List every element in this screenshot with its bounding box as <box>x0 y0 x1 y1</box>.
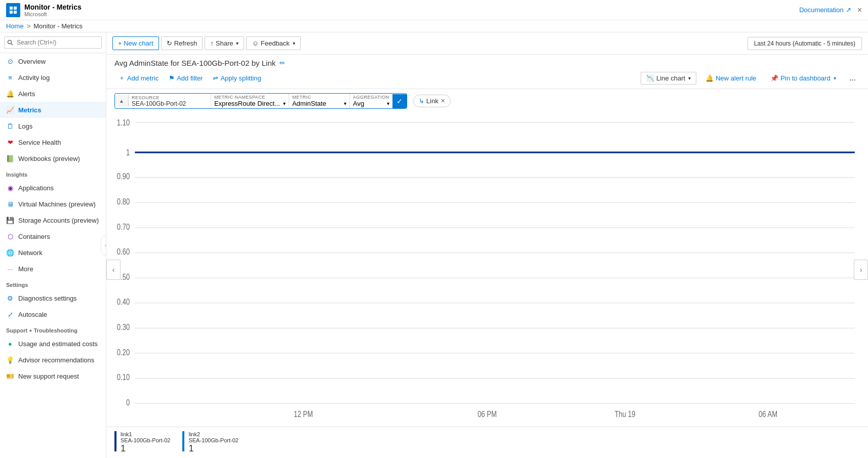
sidebar-item-more[interactable]: ··· More <box>0 261 106 277</box>
share-button[interactable]: ↑ Share ▾ <box>205 36 244 50</box>
more-options-button[interactable]: ... <box>845 71 860 85</box>
legend-item-link1: link1 SEA-100Gb-Port-02 1 <box>114 431 170 454</box>
line-chart-icon: 📉 <box>646 74 654 82</box>
sidebar-item-service-health[interactable]: ❤ Service Health <box>0 134 106 150</box>
sidebar-item-virtual-machines[interactable]: 🖥 Virtual Machines (preview) <box>0 196 106 212</box>
sidebar-item-usage-costs[interactable]: ● Usage and estimated costs <box>0 336 106 352</box>
applications-icon: ◉ <box>6 184 14 192</box>
sidebar-item-containers[interactable]: ⬡ Containers <box>0 228 106 244</box>
overview-icon: ⊙ <box>6 57 14 65</box>
sidebar-item-autoscale[interactable]: ⤢ Autoscale <box>0 306 106 322</box>
sidebar-item-activity-log[interactable]: ≡ Activity log <box>0 69 106 86</box>
svg-text:0.10: 0.10 <box>117 373 130 382</box>
feedback-icon: ☺ <box>252 39 258 47</box>
search-input[interactable] <box>4 36 102 49</box>
apply-splitting-button[interactable]: ⇌ Apply splitting <box>209 72 265 84</box>
external-link-icon: ↗ <box>846 6 851 14</box>
feedback-button[interactable]: ☺ Feedback ▾ <box>246 36 300 50</box>
metric-confirm-button[interactable]: ✓ <box>392 94 407 108</box>
containers-icon: ⬡ <box>6 232 14 240</box>
svg-rect-3 <box>14 11 17 14</box>
link-filter-icon: ↳ <box>419 97 424 105</box>
alert-icon: 🔔 <box>705 74 714 82</box>
pin-icon: 📌 <box>770 74 778 82</box>
metric-selector-box: ▲ RESOURCE METRIC NAMESPACE ExpressRoute… <box>114 93 407 109</box>
svg-text:1: 1 <box>126 148 130 157</box>
svg-rect-0 <box>10 7 13 10</box>
breadcrumb-home[interactable]: Home <box>6 22 24 30</box>
namespace-dropdown-icon[interactable]: ▾ <box>283 101 286 106</box>
line-chart-dropdown-icon: ▾ <box>688 75 691 81</box>
documentation-link[interactable]: Documentation ↗ <box>799 6 851 14</box>
sidebar-item-overview[interactable]: ⊙ Overview <box>0 53 106 69</box>
breadcrumb-current: Monitor - Metrics <box>33 22 83 30</box>
sidebar-item-metrics[interactable]: 📈 Metrics <box>0 102 106 118</box>
app-subtitle: Microsoft <box>24 11 82 17</box>
metric-selector: ▲ RESOURCE METRIC NAMESPACE ExpressRoute… <box>106 89 868 113</box>
app-title: Monitor - Metrics Microsoft <box>24 3 82 17</box>
svg-text:1.10: 1.10 <box>117 118 130 128</box>
network-icon: 🌐 <box>6 248 14 257</box>
chart-nav-right[interactable]: › <box>854 260 868 280</box>
time-range-button[interactable]: Last 24 hours (Automatic - 5 minutes) <box>747 37 862 50</box>
svg-text:0.40: 0.40 <box>117 298 130 307</box>
legend-text-link1: link1 SEA-100Gb-Port-02 1 <box>121 431 170 454</box>
sidebar-item-diagnostics[interactable]: ⚙ Diagnostics settings <box>0 290 106 306</box>
svg-line-5 <box>11 44 13 46</box>
sidebar-item-advisor[interactable]: 💡 Advisor recommendations <box>0 352 106 368</box>
sidebar-item-storage-accounts[interactable]: 💾 Storage Accounts (preview) <box>0 212 106 228</box>
usage-icon: ● <box>6 340 14 348</box>
legend-color-link2 <box>182 431 184 451</box>
svg-point-4 <box>8 40 12 44</box>
edit-title-icon[interactable]: ✏ <box>280 59 285 67</box>
toolbar: + New chart ↻ Refresh ↑ Share ▾ ☺ Feedba… <box>106 32 868 55</box>
sidebar-item-logs[interactable]: 🗒 Logs <box>0 118 106 134</box>
top-bar: Monitor - Metrics Microsoft Documentatio… <box>0 0 868 20</box>
legend-color-link1 <box>114 431 116 451</box>
metric-up-button[interactable]: ▲ <box>115 95 129 107</box>
refresh-button[interactable]: ↻ Refresh <box>161 36 203 50</box>
svg-rect-1 <box>14 7 17 10</box>
new-alert-rule-button[interactable]: 🔔 New alert rule <box>700 72 761 84</box>
svg-text:0.30: 0.30 <box>117 323 130 332</box>
aggregation-field: AGGREGATION Avg ▾ <box>350 94 392 108</box>
chart-controls: ＋ Add metric ⚑ Add filter ⇌ Apply splitt… <box>106 69 868 89</box>
settings-section-label: Settings <box>0 277 106 290</box>
refresh-icon: ↻ <box>167 39 172 47</box>
feedback-dropdown-icon: ▾ <box>293 40 295 46</box>
add-metric-button[interactable]: ＋ Add metric <box>114 71 163 85</box>
link-filter-tag[interactable]: ↳ Link ✕ <box>413 95 451 107</box>
vm-icon: 🖥 <box>6 200 14 208</box>
resource-input[interactable] <box>132 100 208 107</box>
close-button[interactable]: × <box>857 6 862 15</box>
alerts-icon: 🔔 <box>6 90 14 98</box>
svg-text:0.60: 0.60 <box>117 247 130 257</box>
line-chart-button[interactable]: 📉 Line chart ▾ <box>641 72 696 85</box>
new-chart-button[interactable]: + New chart <box>112 36 159 50</box>
svg-text:0.80: 0.80 <box>117 197 130 206</box>
aggregation-value: Avg <box>353 100 364 107</box>
link-filter-remove-icon[interactable]: ✕ <box>441 98 445 104</box>
autoscale-icon: ⤢ <box>6 310 14 318</box>
support-section-label: Support + Troubleshooting <box>0 322 106 336</box>
sidebar-item-workbooks[interactable]: 📗 Workbooks (preview) <box>0 150 106 166</box>
add-metric-icon: ＋ <box>119 73 125 82</box>
main-layout: ⊙ Overview ≡ Activity log 🔔 Alerts 📈 Met… <box>0 32 868 458</box>
aggregation-dropdown-icon[interactable]: ▾ <box>387 101 389 106</box>
insights-section-label: Insights <box>0 166 106 180</box>
content-area: + New chart ↻ Refresh ↑ Share ▾ ☺ Feedba… <box>106 32 868 458</box>
chart-nav-left[interactable]: ‹ <box>106 260 121 280</box>
metric-dropdown-icon[interactable]: ▾ <box>344 101 346 106</box>
share-dropdown-icon: ▾ <box>236 40 239 46</box>
top-bar-right: Documentation ↗ × <box>799 6 862 15</box>
sidebar-collapse-button[interactable]: ‹ <box>101 235 106 256</box>
add-filter-button[interactable]: ⚑ Add filter <box>165 72 207 84</box>
sidebar-item-support-request[interactable]: 🎫 New support request <box>0 368 106 384</box>
sidebar-item-applications[interactable]: ◉ Applications <box>0 180 106 196</box>
sidebar-item-alerts[interactable]: 🔔 Alerts <box>0 86 106 102</box>
sidebar-search-wrap <box>0 32 106 53</box>
legend-item-link2: link2 SEA-100Gb-Port-02 1 <box>182 431 238 454</box>
sidebar-item-network[interactable]: 🌐 Network <box>0 244 106 261</box>
service-health-icon: ❤ <box>6 138 14 146</box>
pin-to-dashboard-button[interactable]: 📌 Pin to dashboard ▾ <box>765 72 841 84</box>
